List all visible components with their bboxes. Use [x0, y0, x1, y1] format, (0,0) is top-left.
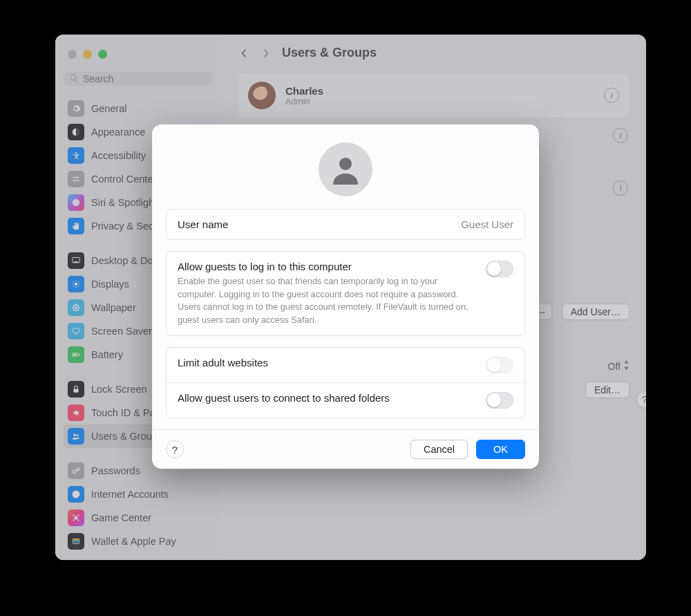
- guest-user-sheet: User name Guest User Allow guests to log…: [152, 124, 539, 469]
- allow-login-toggle[interactable]: [486, 261, 513, 277]
- shared-folders-label: Allow guest users to connect to shared f…: [178, 392, 390, 404]
- allow-login-desc: Enable the guest user so that friends ca…: [178, 275, 476, 326]
- cancel-button[interactable]: Cancel: [410, 440, 468, 459]
- sheet-footer: ? Cancel OK: [152, 429, 539, 469]
- sheet-help-button[interactable]: ?: [166, 440, 184, 458]
- ok-button[interactable]: OK: [476, 440, 525, 459]
- shared-folders-toggle[interactable]: [486, 392, 513, 409]
- username-value: Guest User: [461, 218, 513, 230]
- person-icon: [329, 153, 362, 186]
- svg-point-44: [339, 158, 352, 170]
- allow-login-card: Allow guests to log in to this computer …: [166, 251, 525, 336]
- restrictions-card: Limit adult websites Allow guest users t…: [166, 347, 525, 418]
- username-card: User name Guest User: [166, 209, 525, 240]
- guest-avatar: [319, 142, 372, 196]
- limit-adult-label: Limit adult websites: [178, 357, 268, 368]
- username-label: User name: [178, 218, 228, 230]
- limit-adult-toggle: [486, 357, 513, 373]
- allow-login-label: Allow guests to log in to this computer: [178, 261, 476, 272]
